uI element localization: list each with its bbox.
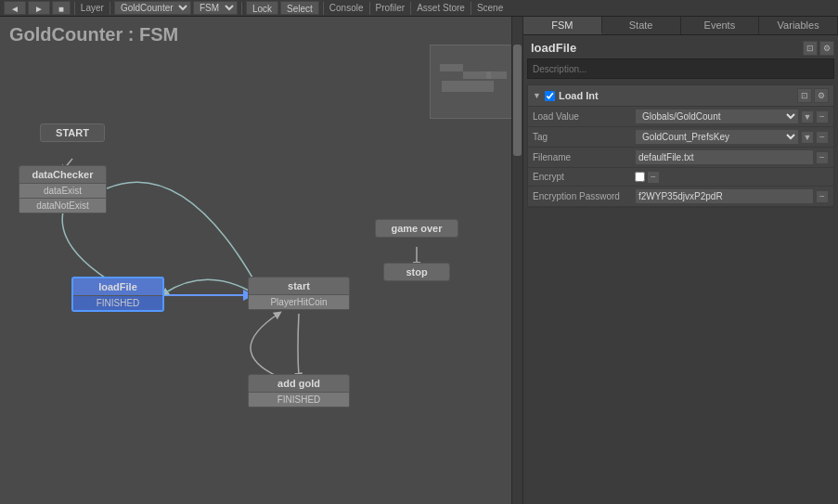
field-filename-label: Filename [533,152,635,162]
sep4 [323,2,324,15]
field-tag: Tag GoldCount_PrefsKey ▼ − [528,127,833,148]
tab-events[interactable]: Events [681,17,760,34]
field-load-value: Load Value Globals/GoldCount ▼ − [528,107,833,127]
sep3 [241,2,242,15]
encryption-password-minus[interactable]: − [816,190,829,203]
sep7 [471,2,471,15]
tab-state[interactable]: State [602,17,681,34]
node-start[interactable]: START [40,123,105,142]
tab-variables[interactable]: Variables [759,17,838,34]
tag-minus[interactable]: − [816,131,829,144]
minimap-item-1 [440,64,463,71]
encrypt-checkbox[interactable] [635,172,645,182]
header-icon-gear[interactable]: ⚙ [819,41,834,56]
play-btn[interactable]: ► [28,1,50,15]
header-icons: ⊡ ⚙ [803,41,834,56]
minimap [430,45,513,119]
node-loadfile[interactable]: loadFile FINISHED [71,277,164,312]
tag-select[interactable]: GoldCount_PrefsKey [635,129,799,145]
node-start-title: START [41,124,104,141]
play-back-btn[interactable]: ◄ [4,1,26,15]
action-enabled-checkbox[interactable] [545,91,555,101]
tag-arrow[interactable]: ▼ [801,131,814,144]
node-datachecker-sub1: dataExist [19,183,106,198]
node-start-state-sub: PlayerHitCoin [249,294,349,309]
field-encryption-password-label: Encryption Password [533,191,635,201]
field-filename: Filename − [528,148,833,168]
right-content: loadFile ⊡ ⚙ ▼ Load Int ⊡ ⚙ [523,35,838,504]
encryption-password-input[interactable] [635,188,814,204]
collapse-icon[interactable]: ▼ [533,91,541,100]
node-loadfile-sub: FINISHED [73,295,162,310]
field-load-value-label: Load Value [533,111,635,122]
stop-btn[interactable]: ■ [52,1,71,15]
node-gameover-title: game over [376,220,458,237]
node-loadfile-title: loadFile [73,278,162,295]
goldcounter-dropdown[interactable]: GoldCounter [114,1,191,15]
toolbar: ◄ ► ■ Layer GoldCounter FSM Lock Select … [0,0,838,17]
header-icon-copy[interactable]: ⊡ [803,41,818,56]
field-load-value-input: Globals/GoldCount ▼ − [635,109,829,124]
tab-fsm[interactable]: FSM [523,17,602,34]
field-encryption-password-input: − [635,188,829,204]
field-filename-input: − [635,149,829,165]
description-input[interactable] [527,58,834,79]
field-encrypt-input: − [635,171,829,184]
minimap-item-4 [468,81,494,92]
action-block-loadint: ▼ Load Int ⊡ ⚙ Load Value Globals/GoldCo… [527,84,834,208]
load-value-minus[interactable]: − [816,110,829,123]
sep5 [369,2,370,15]
load-value-arrow[interactable]: ▼ [801,110,814,123]
node-stop-title: stop [384,264,449,280]
action-icon-btns: ⊡ ⚙ [797,88,829,103]
sep1 [74,2,75,15]
encrypt-minus[interactable]: − [647,171,660,184]
filename-minus[interactable]: − [816,151,829,164]
field-encrypt-label: Encrypt [533,172,635,182]
minimap-item-3 [442,81,468,92]
state-name: loadFile [527,39,580,57]
filename-input[interactable] [635,149,814,165]
assetstore-label: Asset Store [417,3,465,13]
layer-label: Layer [81,3,104,13]
field-encryption-password: Encryption Password − [528,187,833,207]
node-stop[interactable]: stop [383,263,450,281]
node-datachecker-sub2: dataNotExist [19,198,106,213]
fsm-scrollbar-thumb[interactable] [513,45,522,156]
node-addgold-title: add gold [249,375,349,392]
fsm-panel[interactable]: GoldCounter : FSM [0,17,522,504]
select-btn[interactable]: Select [280,1,319,15]
scene-label: Scene [477,3,503,13]
lock-btn[interactable]: Lock [246,1,278,15]
node-datachecker-title: dataChecker [19,166,106,183]
field-encrypt: Encrypt − [528,168,833,187]
field-tag-input: GoldCount_PrefsKey ▼ − [635,129,829,145]
node-addgold[interactable]: add gold FINISHED [248,374,350,407]
state-header: loadFile ⊡ ⚙ [527,39,834,57]
node-start-state-title: start [249,278,349,294]
sep6 [410,2,411,15]
field-tag-label: Tag [533,132,635,142]
node-addgold-sub: FINISHED [249,392,349,407]
minimap-inner [431,45,512,118]
node-start-state[interactable]: start PlayerHitCoin [248,277,350,310]
fsm-dropdown[interactable]: FSM [193,1,238,15]
right-tabs: FSM State Events Variables [523,17,838,35]
action-header: ▼ Load Int ⊡ ⚙ [528,85,833,107]
action-copy-icon[interactable]: ⊡ [797,88,812,103]
node-datachecker[interactable]: dataChecker dataExist dataNotExist [19,165,107,213]
action-title: Load Int [559,90,793,101]
profiler-label: Profiler [376,3,406,13]
fsm-scrollbar[interactable] [511,17,522,504]
sep2 [110,2,110,15]
right-panel: FSM State Events Variables loadFile ⊡ ⚙ … [522,17,838,504]
minimap-item-5 [486,71,507,79]
load-value-select[interactable]: Globals/GoldCount [635,109,799,124]
main-layout: GoldCounter : FSM [0,17,838,504]
console-label: Console [329,3,364,13]
node-gameover[interactable]: game over [375,219,458,238]
fsm-title: GoldCounter : FSM [9,24,178,45]
action-gear-icon[interactable]: ⚙ [814,88,829,103]
